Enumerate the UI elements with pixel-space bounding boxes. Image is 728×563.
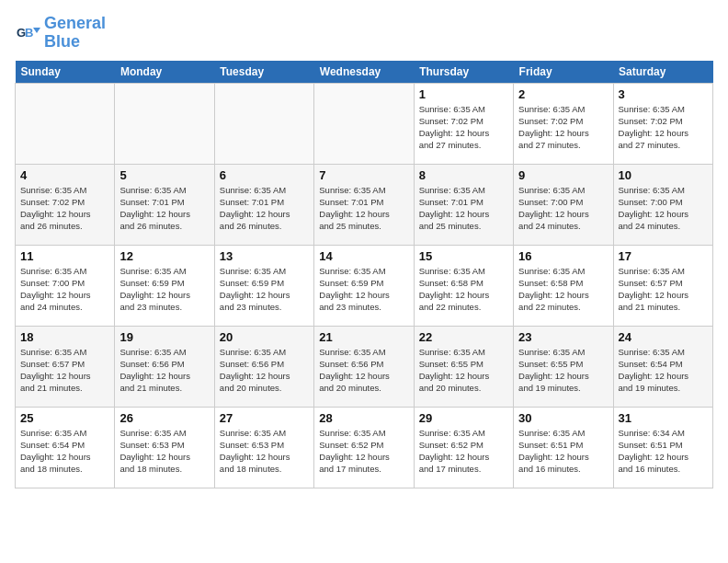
day-number: 16 [518, 249, 608, 263]
calendar-cell: 28Sunrise: 6:35 AM Sunset: 6:52 PM Dayli… [314, 407, 414, 488]
calendar-cell: 31Sunrise: 6:34 AM Sunset: 6:51 PM Dayli… [613, 407, 712, 488]
day-number: 25 [20, 411, 109, 425]
day-number: 30 [518, 411, 608, 425]
day-number: 1 [419, 87, 508, 101]
day-number: 4 [20, 168, 109, 182]
day-info: Sunrise: 6:35 AM Sunset: 6:53 PM Dayligh… [220, 427, 309, 476]
day-info: Sunrise: 6:35 AM Sunset: 6:55 PM Dayligh… [419, 346, 508, 395]
day-number: 9 [518, 168, 608, 182]
day-number: 8 [419, 168, 508, 182]
day-number: 5 [119, 168, 209, 182]
day-info: Sunrise: 6:35 AM Sunset: 7:01 PM Dayligh… [319, 184, 408, 233]
logo: G B General Blue [15, 15, 106, 52]
weekday-header: Sunday [16, 61, 115, 84]
calendar-cell: 9Sunrise: 6:35 AM Sunset: 7:00 PM Daylig… [514, 164, 613, 245]
weekday-header: Friday [514, 61, 613, 84]
calendar-cell: 1Sunrise: 6:35 AM Sunset: 7:02 PM Daylig… [414, 83, 513, 164]
calendar-cell: 10Sunrise: 6:35 AM Sunset: 7:00 PM Dayli… [613, 164, 712, 245]
day-info: Sunrise: 6:35 AM Sunset: 6:54 PM Dayligh… [619, 346, 708, 395]
day-info: Sunrise: 6:35 AM Sunset: 7:00 PM Dayligh… [518, 184, 608, 233]
calendar-week: 11Sunrise: 6:35 AM Sunset: 7:00 PM Dayli… [16, 245, 713, 326]
svg-text:B: B [25, 26, 33, 40]
page-header: G B General Blue [15, 15, 713, 52]
weekday-header: Wednesday [314, 61, 414, 84]
calendar-cell: 22Sunrise: 6:35 AM Sunset: 6:55 PM Dayli… [414, 326, 513, 407]
calendar-cell: 3Sunrise: 6:35 AM Sunset: 7:02 PM Daylig… [613, 83, 712, 164]
calendar-cell [16, 83, 115, 164]
calendar-cell: 20Sunrise: 6:35 AM Sunset: 6:56 PM Dayli… [214, 326, 313, 407]
day-number: 3 [619, 87, 708, 101]
day-info: Sunrise: 6:35 AM Sunset: 6:56 PM Dayligh… [319, 346, 408, 395]
day-info: Sunrise: 6:35 AM Sunset: 6:56 PM Dayligh… [220, 346, 309, 395]
day-number: 28 [319, 411, 408, 425]
day-number: 20 [220, 330, 309, 344]
day-number: 7 [319, 168, 408, 182]
calendar-cell: 7Sunrise: 6:35 AM Sunset: 7:01 PM Daylig… [314, 164, 414, 245]
day-info: Sunrise: 6:35 AM Sunset: 7:01 PM Dayligh… [419, 184, 508, 233]
day-info: Sunrise: 6:35 AM Sunset: 6:52 PM Dayligh… [419, 427, 508, 476]
day-info: Sunrise: 6:35 AM Sunset: 6:52 PM Dayligh… [319, 427, 408, 476]
calendar-cell [314, 83, 414, 164]
day-number: 11 [20, 249, 109, 263]
calendar-header: SundayMondayTuesdayWednesdayThursdayFrid… [16, 61, 713, 84]
calendar-cell: 27Sunrise: 6:35 AM Sunset: 6:53 PM Dayli… [214, 407, 313, 488]
calendar-cell: 21Sunrise: 6:35 AM Sunset: 6:56 PM Dayli… [314, 326, 414, 407]
calendar-body: 1Sunrise: 6:35 AM Sunset: 7:02 PM Daylig… [16, 83, 713, 488]
calendar-week: 1Sunrise: 6:35 AM Sunset: 7:02 PM Daylig… [16, 83, 713, 164]
calendar-cell: 30Sunrise: 6:35 AM Sunset: 6:51 PM Dayli… [514, 407, 613, 488]
calendar-cell [115, 83, 214, 164]
day-info: Sunrise: 6:34 AM Sunset: 6:51 PM Dayligh… [619, 427, 708, 476]
day-number: 24 [619, 330, 708, 344]
day-number: 10 [619, 168, 708, 182]
day-info: Sunrise: 6:35 AM Sunset: 7:01 PM Dayligh… [119, 184, 209, 233]
day-number: 15 [419, 249, 508, 263]
day-number: 22 [419, 330, 508, 344]
day-info: Sunrise: 6:35 AM Sunset: 7:02 PM Dayligh… [419, 103, 508, 152]
day-info: Sunrise: 6:35 AM Sunset: 7:02 PM Dayligh… [20, 184, 109, 233]
day-info: Sunrise: 6:35 AM Sunset: 6:55 PM Dayligh… [518, 346, 608, 395]
calendar-table: SundayMondayTuesdayWednesdayThursdayFrid… [15, 61, 713, 488]
day-info: Sunrise: 6:35 AM Sunset: 6:54 PM Dayligh… [20, 427, 109, 476]
weekday-header: Tuesday [214, 61, 313, 84]
day-info: Sunrise: 6:35 AM Sunset: 6:59 PM Dayligh… [119, 265, 209, 314]
weekday-header: Monday [115, 61, 214, 84]
calendar-cell: 8Sunrise: 6:35 AM Sunset: 7:01 PM Daylig… [414, 164, 513, 245]
day-info: Sunrise: 6:35 AM Sunset: 7:00 PM Dayligh… [20, 265, 109, 314]
calendar-cell: 15Sunrise: 6:35 AM Sunset: 6:58 PM Dayli… [414, 245, 513, 326]
day-number: 12 [119, 249, 209, 263]
calendar-cell: 2Sunrise: 6:35 AM Sunset: 7:02 PM Daylig… [514, 83, 613, 164]
logo-icon: G B [15, 20, 40, 46]
day-number: 17 [619, 249, 708, 263]
day-number: 31 [619, 411, 708, 425]
day-info: Sunrise: 6:35 AM Sunset: 7:00 PM Dayligh… [619, 184, 708, 233]
calendar-cell: 11Sunrise: 6:35 AM Sunset: 7:00 PM Dayli… [16, 245, 115, 326]
day-info: Sunrise: 6:35 AM Sunset: 6:58 PM Dayligh… [518, 265, 608, 314]
day-number: 6 [220, 168, 309, 182]
calendar-cell: 6Sunrise: 6:35 AM Sunset: 7:01 PM Daylig… [214, 164, 313, 245]
logo-text: General [44, 15, 106, 33]
calendar-cell: 5Sunrise: 6:35 AM Sunset: 7:01 PM Daylig… [115, 164, 214, 245]
day-number: 14 [319, 249, 408, 263]
calendar-cell: 24Sunrise: 6:35 AM Sunset: 6:54 PM Dayli… [613, 326, 712, 407]
logo-text2: Blue [44, 33, 106, 52]
day-info: Sunrise: 6:35 AM Sunset: 6:57 PM Dayligh… [619, 265, 708, 314]
day-info: Sunrise: 6:35 AM Sunset: 6:56 PM Dayligh… [119, 346, 209, 395]
day-info: Sunrise: 6:35 AM Sunset: 6:51 PM Dayligh… [518, 427, 608, 476]
day-number: 13 [220, 249, 309, 263]
day-number: 18 [20, 330, 109, 344]
calendar-cell: 4Sunrise: 6:35 AM Sunset: 7:02 PM Daylig… [16, 164, 115, 245]
day-number: 26 [119, 411, 209, 425]
day-number: 23 [518, 330, 608, 344]
weekday-header: Saturday [613, 61, 712, 84]
calendar-cell: 17Sunrise: 6:35 AM Sunset: 6:57 PM Dayli… [613, 245, 712, 326]
svg-marker-2 [33, 28, 40, 33]
day-info: Sunrise: 6:35 AM Sunset: 7:02 PM Dayligh… [518, 103, 608, 152]
day-info: Sunrise: 6:35 AM Sunset: 6:58 PM Dayligh… [419, 265, 508, 314]
weekday-header: Thursday [414, 61, 513, 84]
calendar-cell: 13Sunrise: 6:35 AM Sunset: 6:59 PM Dayli… [214, 245, 313, 326]
day-info: Sunrise: 6:35 AM Sunset: 6:59 PM Dayligh… [220, 265, 309, 314]
day-info: Sunrise: 6:35 AM Sunset: 6:57 PM Dayligh… [20, 346, 109, 395]
calendar-cell: 29Sunrise: 6:35 AM Sunset: 6:52 PM Dayli… [414, 407, 513, 488]
day-info: Sunrise: 6:35 AM Sunset: 7:02 PM Dayligh… [619, 103, 708, 152]
calendar-cell: 23Sunrise: 6:35 AM Sunset: 6:55 PM Dayli… [514, 326, 613, 407]
